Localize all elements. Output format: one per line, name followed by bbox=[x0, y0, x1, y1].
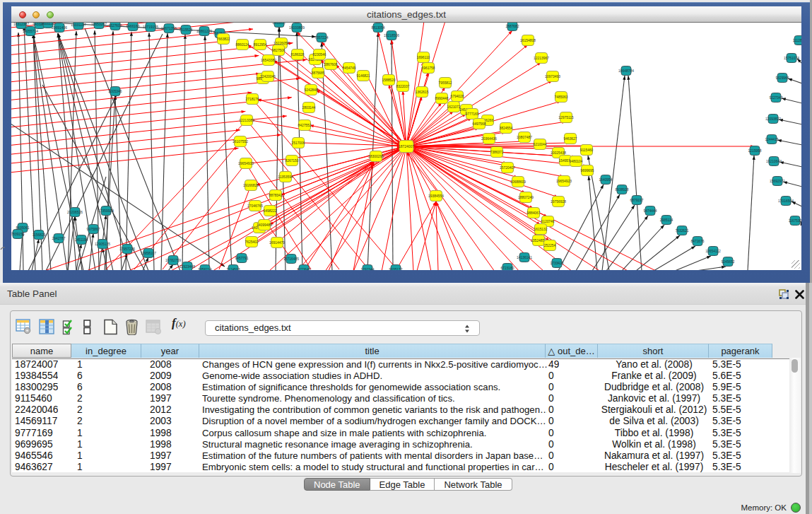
svg-text:1733426: 1733426 bbox=[550, 262, 563, 265]
svg-text:16648784: 16648784 bbox=[618, 69, 634, 73]
svg-text:18724007: 18724007 bbox=[399, 145, 414, 148]
svg-text:9242848: 9242848 bbox=[304, 88, 317, 92]
svg-text:10025438: 10025438 bbox=[551, 151, 566, 155]
svg-text:9457791: 9457791 bbox=[235, 257, 248, 260]
svg-text:2718176: 2718176 bbox=[245, 98, 259, 101]
svg-text:9699695: 9699695 bbox=[580, 169, 594, 173]
svg-text:2942787: 2942787 bbox=[52, 237, 65, 240]
svg-text:19218506: 19218506 bbox=[384, 34, 399, 37]
svg-text:10719155: 10719155 bbox=[143, 25, 158, 29]
svg-text:9777169: 9777169 bbox=[465, 112, 478, 116]
svg-text:20364436: 20364436 bbox=[481, 137, 497, 141]
svg-text:1615132: 1615132 bbox=[534, 228, 547, 231]
svg-text:1156829: 1156829 bbox=[33, 233, 46, 237]
svg-text:19654923: 19654923 bbox=[556, 180, 572, 183]
svg-text:10688609: 10688609 bbox=[510, 180, 526, 184]
svg-text:9600133: 9600133 bbox=[41, 23, 54, 25]
svg-text:19756928: 19756928 bbox=[551, 200, 566, 204]
svg-text:15720407: 15720407 bbox=[500, 166, 515, 170]
svg-text:13331197: 13331197 bbox=[71, 23, 86, 27]
svg-text:10861229: 10861229 bbox=[196, 30, 212, 33]
svg-text:9463627: 9463627 bbox=[563, 137, 577, 141]
svg-text:7632621: 7632621 bbox=[675, 229, 688, 233]
svg-text:1640954: 1640954 bbox=[599, 178, 612, 182]
svg-text:6210044: 6210044 bbox=[533, 143, 546, 146]
svg-text:9035172: 9035172 bbox=[389, 268, 402, 271]
svg-text:9227343: 9227343 bbox=[769, 96, 782, 100]
svg-text:1588520: 1588520 bbox=[382, 78, 395, 82]
svg-text:16782759: 16782759 bbox=[165, 259, 181, 262]
svg-text:12923448: 12923448 bbox=[180, 265, 195, 269]
svg-text:8186328: 8186328 bbox=[290, 53, 304, 57]
svg-text:2517006: 2517006 bbox=[291, 141, 305, 145]
svg-text:13226058: 13226058 bbox=[273, 42, 289, 45]
svg-text:6794028: 6794028 bbox=[450, 95, 464, 98]
svg-text:2867608: 2867608 bbox=[324, 63, 337, 66]
svg-text:8938928: 8938928 bbox=[615, 188, 628, 192]
svg-text:9480104: 9480104 bbox=[569, 160, 582, 163]
svg-text:8454749: 8454749 bbox=[342, 66, 355, 70]
svg-text:16312387: 16312387 bbox=[13, 23, 29, 26]
svg-text:8230546: 8230546 bbox=[312, 53, 326, 57]
svg-text:1527602: 1527602 bbox=[108, 24, 122, 28]
svg-text:8912057: 8912057 bbox=[272, 23, 286, 25]
svg-text:16033809: 16033809 bbox=[289, 26, 305, 30]
svg-text:16671355: 16671355 bbox=[161, 27, 177, 30]
svg-text:22420046: 22420046 bbox=[260, 75, 276, 78]
svg-text:1215958: 1215958 bbox=[748, 149, 761, 153]
svg-text:8813054: 8813054 bbox=[371, 26, 384, 30]
svg-text:1112803: 1112803 bbox=[793, 39, 801, 42]
svg-text:6120746: 6120746 bbox=[541, 220, 554, 223]
svg-text:7625402: 7625402 bbox=[245, 240, 258, 244]
svg-text:8990448: 8990448 bbox=[435, 97, 448, 100]
svg-text:6879197: 6879197 bbox=[630, 199, 643, 202]
svg-text:3875685: 3875685 bbox=[311, 71, 324, 75]
svg-text:2935114: 2935114 bbox=[660, 218, 673, 222]
svg-text:10958107: 10958107 bbox=[141, 252, 156, 255]
svg-text:1362615: 1362615 bbox=[415, 90, 428, 94]
svg-text:14099489: 14099489 bbox=[257, 223, 272, 227]
svg-text:17359924: 17359924 bbox=[98, 209, 114, 213]
svg-text:12213389: 12213389 bbox=[239, 119, 254, 122]
svg-text:16543382: 16543382 bbox=[261, 59, 276, 62]
svg-text:8427552: 8427552 bbox=[298, 124, 311, 127]
svg-text:9975867: 9975867 bbox=[86, 228, 100, 231]
svg-text:14136141: 14136141 bbox=[517, 256, 532, 259]
svg-text:10654112: 10654112 bbox=[705, 250, 721, 253]
svg-text:9884067: 9884067 bbox=[526, 211, 540, 215]
svg-text:12093822: 12093822 bbox=[765, 117, 781, 121]
svg-text:10653267: 10653267 bbox=[91, 23, 107, 26]
svg-text:1696110: 1696110 bbox=[417, 56, 430, 59]
svg-text:8267150: 8267150 bbox=[285, 159, 298, 163]
svg-text:8322037: 8322037 bbox=[396, 85, 409, 88]
svg-text:9146821: 9146821 bbox=[356, 74, 370, 78]
svg-text:15692971: 15692971 bbox=[770, 180, 785, 183]
svg-text:7515526: 7515526 bbox=[179, 28, 192, 32]
svg-text:7955812: 7955812 bbox=[438, 81, 452, 85]
svg-text:7357224: 7357224 bbox=[314, 36, 328, 40]
svg-text:6466160: 6466160 bbox=[126, 25, 139, 28]
svg-text:10973493: 10973493 bbox=[545, 75, 560, 78]
svg-text:7386372: 7386372 bbox=[490, 151, 503, 154]
svg-text:12905135: 12905135 bbox=[95, 243, 110, 246]
svg-text:15716485: 15716485 bbox=[283, 257, 299, 261]
svg-text:12213967: 12213967 bbox=[534, 57, 549, 60]
svg-text:12975115: 12975115 bbox=[558, 116, 574, 119]
svg-text:8878342: 8878342 bbox=[269, 194, 282, 197]
svg-text:9827506: 9827506 bbox=[271, 49, 285, 52]
svg-text:1244415: 1244415 bbox=[765, 138, 778, 141]
svg-text:2887682: 2887682 bbox=[505, 25, 519, 28]
svg-text:8912954: 8912954 bbox=[253, 43, 266, 47]
svg-text:16154808: 16154808 bbox=[520, 39, 536, 42]
svg-text:7839154: 7839154 bbox=[11, 233, 25, 236]
svg-text:2005346: 2005346 bbox=[108, 90, 122, 93]
svg-text:18807249: 18807249 bbox=[518, 196, 534, 199]
svg-text:17957225: 17957225 bbox=[119, 247, 135, 251]
svg-text:8435061: 8435061 bbox=[16, 226, 29, 230]
svg-text:17016504: 17016504 bbox=[778, 199, 794, 203]
svg-text:7663822: 7663822 bbox=[216, 37, 230, 41]
svg-text:20691406: 20691406 bbox=[52, 26, 67, 30]
svg-text:18300295: 18300295 bbox=[368, 155, 384, 158]
svg-text:6497568: 6497568 bbox=[472, 122, 486, 126]
svg-text:1167530: 1167530 bbox=[789, 219, 801, 223]
